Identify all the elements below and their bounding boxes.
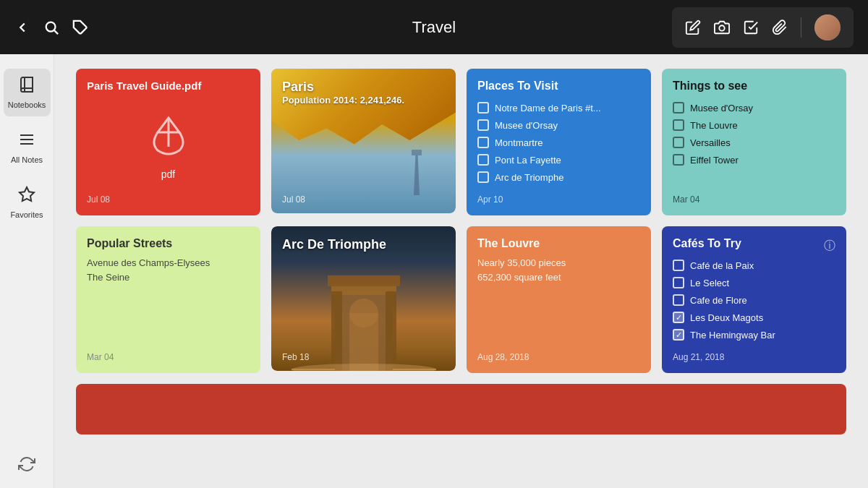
page-title: Travel [412,18,456,37]
search-button[interactable] [43,20,59,35]
attach-button[interactable] [772,20,788,35]
list-item: Eiffel Tower [673,154,835,166]
louvre-title: The Louvre [477,237,640,250]
sync-area [18,455,35,488]
cafes-date: Aug 21, 2018 [673,346,835,362]
acrobat-icon [143,107,194,165]
streets-date: Mar 04 [87,345,250,362]
streets-title: Popular Streets [87,237,250,250]
places-title: Places To Visit [477,80,640,93]
note-card-partial[interactable] [76,384,846,435]
note-card-paris[interactable]: Paris Population 2014: 2,241,246. Jul 08 [271,69,456,213]
streets-line-2: The Seine [87,270,250,285]
favorites-icon [18,186,35,207]
sidebar-item-favorites[interactable]: Favorites [4,179,51,226]
list-item: Café de la Paix [673,260,835,271]
paris-title: Paris [282,80,404,95]
item-text: The Hemingway Bar [690,330,775,341]
note-card-paris-pdf[interactable]: Paris Travel Guide.pdf pdf Jul 08 [76,69,260,215]
note-card-things[interactable]: Things to see Musee d'Orsay The Louvre V… [662,69,846,215]
item-text: Musee d'Orsay [495,120,558,131]
list-item: Les Deux Magots [673,312,835,323]
list-item: Montmartre [477,137,640,148]
checkbox [477,137,489,148]
camera-button[interactable] [714,20,730,35]
note-card-streets[interactable]: Popular Streets Avenue des Champs-Elysee… [76,226,260,373]
all-notes-icon [18,131,35,153]
checkbox [673,154,684,166]
pdf-icon-area: pdf [87,92,250,194]
sidebar: Notebooks All Notes Favorites [0,54,54,488]
list-item: Pont La Fayette [477,154,640,166]
item-text: Pont La Fayette [495,155,561,166]
note-card-louvre[interactable]: The Louvre Nearly 35,000 pieces 652,300 … [467,226,651,373]
checkbox [673,277,684,288]
svg-point-3 [719,25,724,30]
paris-card-text: Paris Population 2014: 2,241,246. [282,80,404,106]
list-item: Musee d'Orsay [477,119,640,131]
svg-line-1 [54,30,58,34]
list-item: Notre Dame de Paris #t... [477,102,640,114]
note-card-places[interactable]: Places To Visit Notre Dame de Paris #t..… [467,69,651,215]
list-item: Le Select [673,277,835,288]
tag-button[interactable] [72,20,88,35]
top-bar: Travel [0,0,868,54]
arc-svg [290,262,438,371]
edit-button[interactable] [685,20,701,35]
checkbox [477,154,489,166]
item-text: Montmartre [495,137,542,148]
streets-line-1: Avenue des Champs-Elysees [87,256,250,270]
item-text: The Louvre [690,120,738,131]
checkbox [673,102,684,114]
item-text: Cafe de Flore [690,295,747,306]
note-card-arc[interactable]: Arc De Triomphe Feb 18 [271,226,456,371]
back-button[interactable] [14,20,30,35]
paris-body: Population 2014: 2,241,246. [282,95,404,106]
notebooks-label: Notebooks [8,100,46,109]
svg-point-18 [292,364,436,371]
item-text: Café de la Paix [690,260,754,271]
favorites-label: Favorites [10,210,43,219]
checkbox [673,294,684,306]
checkbox-checked [673,312,684,323]
sidebar-item-all-notes[interactable]: All Notes [4,124,51,171]
checkbox [477,102,489,114]
avatar[interactable] [814,14,841,40]
louvre-line-1: Nearly 35,000 pieces [477,256,640,270]
main-layout: Notebooks All Notes Favorites [0,54,868,488]
item-text: Les Deux Magots [690,312,763,323]
checkbox [477,119,489,131]
top-bar-left [14,20,88,35]
item-text: Le Select [690,278,729,288]
toolbar [672,7,854,48]
louvre-date: Aug 28, 2018 [477,345,640,362]
toolbar-divider [801,17,801,38]
item-text: Eiffel Tower [690,155,739,166]
places-date: Apr 10 [477,189,640,205]
checklist-button[interactable] [743,20,759,35]
arc-title: Arc De Triomphe [282,237,386,252]
notes-grid: Paris Travel Guide.pdf pdf Jul 08 [76,69,846,373]
list-item: The Louvre [673,119,835,131]
item-text: Arc de Triomphe [495,172,563,183]
svg-rect-13 [328,275,400,286]
notes-content: Paris Travel Guide.pdf pdf Jul 08 [54,54,868,488]
note-card-cafes[interactable]: Cafés To Try ⓘ Café de la Paix Le Select… [662,226,846,373]
arc-card-title: Arc De Triomphe [282,237,386,252]
notebooks-icon [18,76,35,98]
svg-marker-8 [20,187,34,201]
pdf-title: Paris Travel Guide.pdf [87,80,250,92]
louvre-line-2: 652,300 square feet [477,270,640,285]
sync-icon[interactable] [18,455,35,477]
item-text: Musee d'Orsay [690,103,753,114]
all-notes-label: All Notes [11,155,43,164]
louvre-body: Nearly 35,000 pieces 652,300 square feet [477,256,640,284]
sidebar-item-notebooks[interactable]: Notebooks [4,69,51,116]
svg-point-11 [349,299,378,328]
svg-point-0 [46,22,56,31]
arc-date: Feb 18 [282,352,309,362]
checkbox-checked [673,329,684,341]
list-item: Musee d'Orsay [673,102,835,114]
things-date: Mar 04 [673,189,835,205]
checkbox [477,171,489,183]
